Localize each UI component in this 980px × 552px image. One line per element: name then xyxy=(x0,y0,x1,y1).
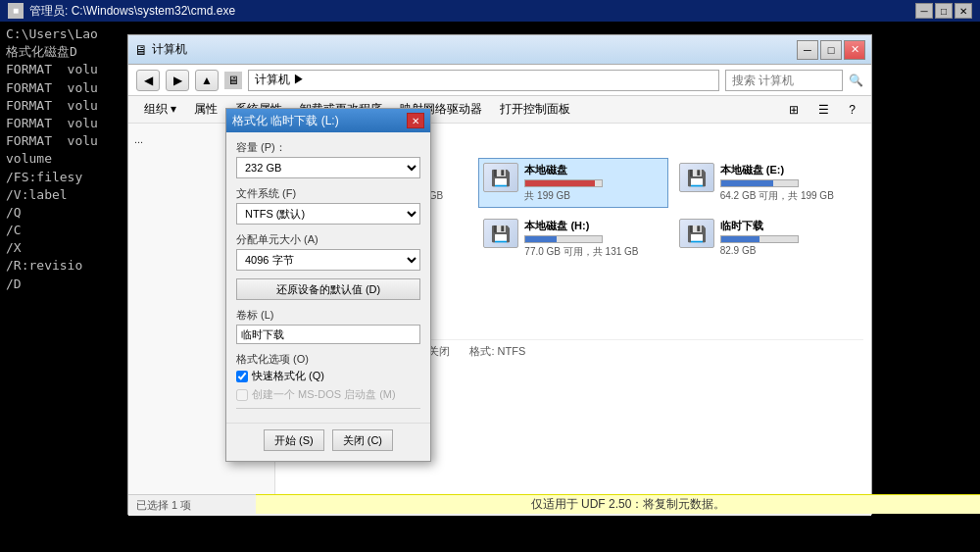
drive-d-info: 本地磁盘 共 199 GB xyxy=(524,163,603,203)
drive-d-bar xyxy=(525,180,594,186)
bottom-note-text: 仅适用于 UDF 2.50：将复制元数据。 xyxy=(531,496,726,513)
volume-label-title: 卷标 (L) xyxy=(236,308,420,323)
drive-l-info: 临时下载 82.9 GB xyxy=(720,219,799,256)
capacity-label: 容量 (P)： xyxy=(236,140,420,155)
dialog-body: 容量 (P)： 232 GB 文件系统 (F) NTFS (默认) 分配单元大小… xyxy=(226,132,430,423)
format-dialog: 格式化 临时下载 (L:) ✕ 容量 (P)： 232 GB 文件系统 (F) … xyxy=(225,108,431,462)
drive-h-bar xyxy=(525,236,557,242)
drive-e-info: 本地磁盘 (E:) 64.2 GB 可用，共 199 GB xyxy=(720,163,834,203)
restore-defaults-btn[interactable]: 还原设备的默认值 (D) xyxy=(236,278,420,300)
cmd-titlebar: ■ 管理员: C:\Windows\system32\cmd.exe ─ □ ✕ xyxy=(0,0,980,22)
dialog-titlebar: 格式化 临时下载 (L:) ✕ xyxy=(226,109,430,132)
dialog-footer: 开始 (S) 关闭 (C) xyxy=(226,423,430,461)
filesystem-select[interactable]: NTFS (默认) xyxy=(236,203,420,225)
drive-e-bar-container xyxy=(720,179,799,187)
filesystem-label: 文件系统 (F) xyxy=(236,186,420,201)
cmd-title: 管理员: C:\Windows\system32\cmd.exe xyxy=(29,3,915,20)
forward-button[interactable]: ▶ xyxy=(166,70,189,91)
format-options-title: 格式化选项 (O) xyxy=(236,352,420,367)
drive-l-name: 临时下载 xyxy=(720,219,799,233)
explorer-icon: 🖥 xyxy=(134,42,148,58)
alloc-label: 分配单元大小 (A) xyxy=(236,232,420,247)
toolbar-organize[interactable]: 组织 ▾ xyxy=(136,99,184,121)
back-button[interactable]: ◀ xyxy=(136,70,160,91)
msdos-label: 创建一个 MS-DOS 启动盘 (M) xyxy=(252,387,396,402)
explorer-close-btn[interactable]: ✕ xyxy=(844,40,865,60)
cmd-icon: ■ xyxy=(8,3,24,19)
drive-d-bar-container xyxy=(524,179,603,187)
view-btn-1[interactable]: ⊞ xyxy=(781,99,807,121)
cmd-window-controls: ─ □ ✕ xyxy=(915,3,972,19)
drive-e-size: 64.2 GB 可用，共 199 GB xyxy=(720,189,834,203)
up-button[interactable]: ▲ xyxy=(195,70,219,91)
help-btn[interactable]: ? xyxy=(841,99,863,121)
view-btn-2[interactable]: ☰ xyxy=(810,99,837,121)
search-icon[interactable]: 🔍 xyxy=(849,74,863,87)
address-input[interactable] xyxy=(248,70,719,91)
explorer-minimize-btn[interactable]: ─ xyxy=(797,40,818,60)
drive-l-bar-container xyxy=(720,235,799,243)
toolbar-properties[interactable]: 属性 xyxy=(186,99,225,121)
cmd-maximize-btn[interactable]: □ xyxy=(935,3,953,19)
volume-label-input[interactable] xyxy=(236,325,420,344)
close-btn[interactable]: 关闭 (C) xyxy=(332,429,393,451)
computer-icon: 🖥 xyxy=(224,72,242,89)
drive-h-icon: 💾 xyxy=(483,219,518,248)
toolbar-control-panel[interactable]: 打开控制面板 xyxy=(492,99,578,121)
cmd-close-btn[interactable]: ✕ xyxy=(955,3,972,19)
drive-l-bar xyxy=(721,236,760,242)
drive-item-h[interactable]: 💾 本地磁盘 (H:) 77.0 GB 可用，共 131 GB xyxy=(478,214,667,264)
drive-h-bar-container xyxy=(524,235,603,243)
drive-e-icon: 💾 xyxy=(679,163,714,192)
drive-h-size: 77.0 GB 可用，共 131 GB xyxy=(524,245,638,259)
explorer-maximize-btn[interactable]: □ xyxy=(820,40,842,60)
cmd-minimize-btn[interactable]: ─ xyxy=(915,3,933,19)
capacity-select[interactable]: 232 GB xyxy=(236,157,420,178)
start-btn[interactable]: 开始 (S) xyxy=(264,429,324,451)
search-input[interactable] xyxy=(725,70,843,91)
drive-e-name: 本地磁盘 (E:) xyxy=(720,163,834,177)
alloc-select[interactable]: 4096 字节 xyxy=(236,249,420,271)
drive-h-name: 本地磁盘 (H:) xyxy=(524,219,638,233)
drive-item-d[interactable]: 💾 本地磁盘 共 199 GB xyxy=(478,158,667,208)
toolbar-view-controls: ⊞ ☰ ? xyxy=(781,99,863,121)
drive-item-l[interactable]: 💾 临时下载 82.9 GB xyxy=(674,214,863,264)
detail-fs: 格式: NTFS xyxy=(469,344,525,359)
drive-d-name: 本地磁盘 xyxy=(524,163,603,177)
quick-format-label: 快速格式化 (Q) xyxy=(252,369,324,383)
bottom-note-bar: 仅适用于 UDF 2.50：将复制元数据。 xyxy=(256,494,980,514)
drive-item-e[interactable]: 💾 本地磁盘 (E:) 64.2 GB 可用，共 199 GB xyxy=(674,158,863,208)
drive-h-info: 本地磁盘 (H:) 77.0 GB 可用，共 131 GB xyxy=(524,219,638,259)
dialog-title: 格式化 临时下载 (L:) xyxy=(232,113,407,129)
quick-format-row: 快速格式化 (Q) xyxy=(236,369,420,383)
dialog-close-btn[interactable]: ✕ xyxy=(407,113,424,128)
drive-l-size: 82.9 GB xyxy=(720,245,799,256)
msdos-checkbox[interactable] xyxy=(236,389,248,401)
drive-l-icon: 💾 xyxy=(679,219,714,248)
explorer-titlebar: 🖥 计算机 ─ □ ✕ xyxy=(128,35,871,65)
drive-d-icon: 💾 xyxy=(483,163,518,192)
explorer-window-controls: ─ □ ✕ xyxy=(797,40,865,60)
drive-e-bar xyxy=(721,180,773,186)
status-text: 已选择 1 项 xyxy=(136,498,191,513)
drive-d-size: 共 199 GB xyxy=(524,189,603,203)
explorer-title: 计算机 xyxy=(152,41,797,58)
dialog-divider xyxy=(236,408,420,409)
msdos-row: 创建一个 MS-DOS 启动盘 (M) xyxy=(236,387,420,402)
address-bar: ◀ ▶ ▲ 🖥 🔍 xyxy=(128,65,871,96)
quick-format-checkbox[interactable] xyxy=(236,371,248,382)
